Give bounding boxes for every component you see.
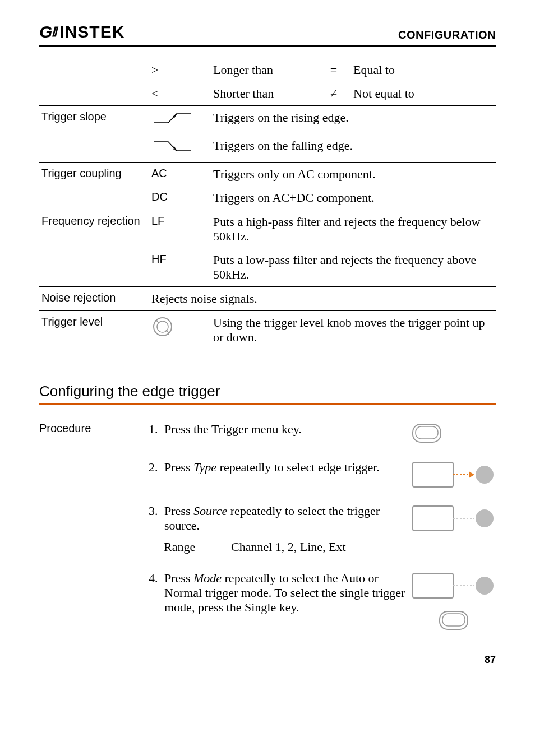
operator-meaning: Not equal to (353, 86, 496, 101)
operator-meaning: Longer than (213, 63, 314, 77)
svg-rect-7 (413, 506, 453, 531)
procedure-label: Procedure (39, 422, 149, 435)
rising-edge-icon (151, 110, 213, 129)
trigger-coupling-section: Trigger coupling AC Triggers only on AC … (39, 163, 496, 210)
freq-code: HF (151, 253, 213, 266)
step-number: 1. (149, 422, 164, 437)
step-text: Press Type repeatedly to select edge tri… (164, 460, 412, 475)
coupling-desc: Triggers on AC+DC component. (213, 191, 496, 205)
svg-rect-2 (413, 424, 441, 442)
procedure-step: 4. Press Mode repeatedly to select the A… (39, 571, 496, 632)
freq-desc: Puts a low-pass filter and rejects the f… (213, 253, 496, 282)
hard-key-icon (412, 422, 496, 444)
step-text: Press Source repeatedly to select the tr… (164, 504, 412, 533)
operator-symbol: = (314, 63, 353, 77)
section-label: Trigger slope (39, 110, 151, 123)
svg-rect-10 (413, 573, 453, 598)
procedure-step: 2. Press Type repeatedly to select edge … (39, 460, 496, 488)
svg-rect-3 (416, 426, 438, 439)
section-heading: Configuring the edge trigger (39, 383, 496, 400)
svg-point-9 (476, 509, 494, 527)
softkey-arrow-icon (412, 460, 496, 488)
page-number: 87 (39, 654, 496, 666)
step-number: 2. (149, 460, 164, 475)
chapter-title: CONFIGURATION (398, 29, 496, 41)
procedure-step: Procedure 1. Press the Trigger menu key. (39, 422, 496, 444)
operator-symbol: < (151, 86, 213, 101)
range-label: Range (164, 540, 231, 554)
step-number: 3. (149, 504, 164, 518)
coupling-desc: Triggers only on AC component. (213, 167, 496, 182)
trigger-level-section: Trigger level Using the trigger level kn… (39, 311, 496, 349)
operators-table: > Longer than = Equal to < Shorter than … (39, 58, 496, 106)
section-label: Trigger level (39, 316, 151, 328)
step-text: Press the Trigger menu key. (164, 422, 412, 437)
step4-icons (412, 571, 496, 632)
slope-desc: Triggers on the falling edge. (213, 138, 496, 153)
softkey-icon (412, 572, 496, 599)
softkey-icon (412, 504, 496, 532)
brand-logo: G⫾INSTEK (39, 22, 124, 41)
range-value: Channel 1, 2, Line, Ext (231, 540, 496, 554)
frequency-rejection-section: Frequency rejection LF Puts a high-pass … (39, 210, 496, 287)
knob-icon (151, 316, 213, 341)
noise-rejection-section: Noise rejection Rejects noise signals. (39, 287, 496, 311)
procedure-step: 3. Press Source repeatedly to select the… (39, 504, 496, 533)
step-number: 4. (149, 571, 164, 586)
slope-desc: Triggers on the rising edge. (213, 110, 496, 125)
operator-meaning: Equal to (353, 63, 496, 77)
step-text: Press Mode repeatedly to select the Auto… (164, 571, 412, 615)
svg-rect-14 (442, 614, 465, 626)
coupling-code: AC (151, 167, 213, 180)
page-header: G⫾INSTEK CONFIGURATION (39, 22, 496, 45)
operator-meaning: Shorter than (213, 86, 314, 101)
hard-key-icon (439, 610, 469, 632)
falling-edge-icon (151, 138, 213, 157)
level-desc: Using the trigger level knob moves the t… (213, 316, 496, 345)
svg-point-12 (476, 577, 494, 595)
svg-point-6 (476, 466, 494, 484)
freq-code: LF (151, 215, 213, 228)
svg-rect-13 (440, 611, 468, 629)
operator-symbol: > (151, 63, 213, 77)
header-divider (39, 45, 496, 47)
section-label: Frequency rejection (39, 215, 151, 228)
section-divider (39, 403, 496, 405)
range-row: Range Channel 1, 2, Line, Ext (164, 540, 496, 554)
section-label: Trigger coupling (39, 167, 151, 180)
coupling-code: DC (151, 191, 213, 203)
noise-desc: Rejects noise signals. (151, 291, 496, 306)
freq-desc: Puts a high-pass filter and rejects the … (213, 215, 496, 244)
trigger-slope-section: Trigger slope Triggers on the rising edg… (39, 106, 496, 163)
svg-rect-4 (413, 462, 453, 487)
section-label: Noise rejection (39, 291, 151, 304)
operator-symbol: ≠ (314, 86, 353, 101)
